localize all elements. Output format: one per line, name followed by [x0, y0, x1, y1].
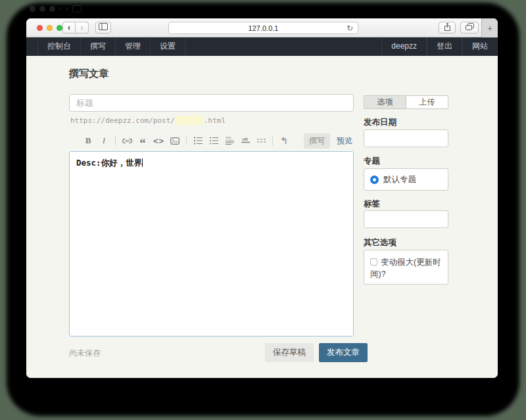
checkbox-unchecked-icon[interactable]: [370, 258, 377, 266]
ordered-list-button[interactable]: [191, 134, 204, 147]
undo-button[interactable]: ↰: [277, 134, 291, 147]
editor-toolbar: B I “ <>: [82, 133, 354, 148]
unordered-list-icon: [210, 137, 218, 145]
code-button[interactable]: <>: [152, 134, 166, 147]
page-break-icon: [257, 137, 266, 144]
editor-text: Desc:你好，世界: [76, 158, 142, 168]
publish-date-label: 发布日期: [364, 117, 396, 128]
nav-item-console[interactable]: 控制台: [37, 37, 81, 56]
publish-date-input[interactable]: [364, 129, 448, 147]
topic-option-row[interactable]: 默认专题: [364, 168, 448, 191]
safari-window: ‹ › 127.0.0.1 ↻ + 控制台 撰写 管理 设置: [26, 18, 498, 378]
plus-icon: +: [487, 23, 492, 34]
link-button[interactable]: [120, 134, 133, 147]
toolbar-divider: [186, 136, 187, 145]
window-controls: [37, 25, 62, 31]
unordered-list-button[interactable]: [207, 134, 220, 147]
share-icon: [444, 22, 451, 33]
tags-label: 标签: [364, 198, 380, 210]
slug-highlight: [176, 116, 203, 125]
nav-item-username[interactable]: deepzz: [381, 37, 427, 56]
nav-item-website[interactable]: 网站: [462, 37, 498, 56]
page-content: 撰写文章 https://deepzz.com/post/ .html B I …: [26, 56, 498, 378]
post-url-hint: https://deepzz.com/post/ .html: [70, 116, 226, 125]
bg-zoom-icon: [49, 6, 55, 12]
nav-item-write[interactable]: 撰写: [81, 37, 116, 56]
reload-icon[interactable]: ↻: [347, 24, 353, 33]
nav-spacer: [185, 37, 381, 56]
quote-button[interactable]: “: [136, 134, 149, 147]
svg-text:HR: HR: [242, 137, 248, 141]
toolbar-divider: [115, 136, 116, 145]
toolbar-divider: [272, 136, 273, 145]
address-bar[interactable]: 127.0.0.1 ↻: [168, 22, 358, 34]
tab-upload[interactable]: 上传: [406, 96, 448, 108]
browser-toolbar: ‹ › 127.0.0.1 ↻ +: [26, 18, 498, 37]
ordered-list-icon: [194, 137, 203, 145]
url-text: 127.0.0.1: [249, 24, 279, 32]
markdown-editor[interactable]: Desc:你好，世界: [69, 151, 354, 337]
tabs-icon: [466, 23, 474, 32]
editor-mode-switch: 撰写 预览: [304, 133, 354, 149]
heading-icon: TITL: [226, 137, 234, 145]
bg-close-icon: [30, 6, 36, 12]
horizontal-rule-icon: HR: [241, 137, 250, 145]
link-icon: [122, 138, 132, 144]
zoom-button[interactable]: [57, 25, 62, 31]
back-button[interactable]: ‹: [62, 22, 76, 34]
page-title: 撰写文章: [69, 68, 108, 80]
tags-input[interactable]: [364, 210, 448, 228]
sidebar-icon: [99, 23, 108, 32]
tab-options[interactable]: 选项: [364, 96, 406, 108]
bg-minimize-icon: [39, 6, 45, 12]
close-button[interactable]: [37, 25, 43, 31]
bg-sidebar-icon: [72, 5, 82, 12]
url-prefix: https://deepzz.com/post/: [70, 116, 175, 125]
app-navbar: 控制台 撰写 管理 设置 deepzz 登出 网站: [26, 37, 498, 56]
url-suffix: .html: [204, 116, 226, 125]
sidebar-toggle-button[interactable]: [95, 22, 111, 34]
share-button[interactable]: [439, 22, 456, 34]
image-button[interactable]: [168, 134, 181, 147]
forward-button[interactable]: ›: [76, 22, 89, 34]
nav-item-manage[interactable]: 管理: [116, 37, 151, 56]
topic-label: 专题: [364, 156, 380, 167]
major-change-option-row[interactable]: 变动很大(更新时间)?: [364, 250, 448, 285]
topic-option-label: 默认专题: [383, 174, 416, 185]
nav-item-logout[interactable]: 登出: [427, 37, 462, 56]
other-options-label: 其它选项: [364, 237, 396, 248]
radio-selected-icon[interactable]: [370, 175, 379, 184]
image-icon: [170, 137, 179, 145]
sidebar-tabs: 选项 上传: [364, 95, 448, 109]
write-mode-button[interactable]: 撰写: [304, 133, 330, 149]
italic-button[interactable]: I: [97, 134, 110, 147]
bg-forward-icon: ›: [66, 3, 68, 14]
text-cursor: [142, 158, 143, 167]
major-change-label: 变动很大(更新时间)?: [370, 258, 441, 279]
title-input[interactable]: [69, 94, 354, 112]
page-break-button[interactable]: [254, 134, 268, 147]
background-window-controls: ‹ ›: [30, 3, 82, 14]
footer-actions: 保存草稿 发布文章: [265, 343, 368, 362]
save-draft-button[interactable]: 保存草稿: [265, 343, 314, 362]
minimize-button[interactable]: [47, 25, 53, 31]
save-status: 尚未保存: [69, 348, 101, 359]
heading-button[interactable]: TITL: [223, 134, 236, 147]
preview-mode-button[interactable]: 预览: [335, 133, 354, 149]
horizontal-rule-button[interactable]: HR: [239, 134, 252, 147]
publish-button[interactable]: 发布文章: [319, 343, 368, 362]
new-tab-button[interactable]: +: [481, 18, 498, 37]
tab-overview-button[interactable]: [460, 22, 479, 34]
svg-text:TITL: TITL: [226, 137, 232, 140]
bg-back-icon: ‹: [59, 3, 62, 14]
bold-button[interactable]: B: [82, 134, 95, 147]
nav-item-settings[interactable]: 设置: [151, 37, 185, 56]
